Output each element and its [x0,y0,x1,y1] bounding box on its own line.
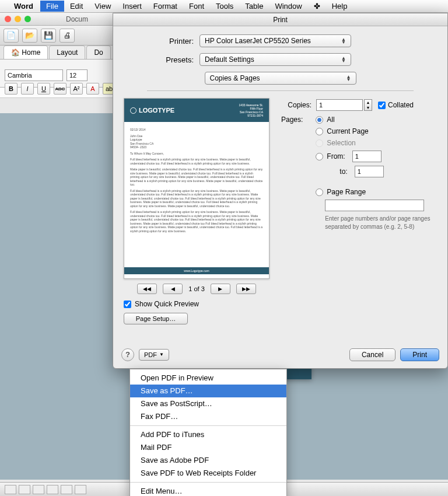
addr: 97231-3874 [239,114,263,117]
tab-home-label: Home [22,48,40,57]
last-page-button[interactable]: ▶▶ [236,284,256,294]
print-preview: LOGOTYPE 1433 Awesome St. Fifth Floor Sa… [124,98,270,279]
radio-range[interactable] [316,188,323,196]
italic-button[interactable]: I [21,83,34,95]
menu-tools[interactable]: Tools [210,1,239,12]
addr: 94534- 2323 [130,145,146,149]
copies-input[interactable] [316,99,363,111]
range-input[interactable] [325,200,424,211]
tab-home[interactable]: 🏠 Home [4,46,48,59]
strike-button[interactable]: ABC [54,83,66,95]
menu-separator [130,482,286,483]
menu-web-receipts[interactable]: Save PDF to Web Receipts Folder [130,467,286,480]
save-button[interactable]: 💾 [41,29,56,43]
presets-select[interactable]: Default Settings ▲▼ [200,53,351,66]
print-dialog: Print Printer: HP Color LaserJet CP5520 … [113,13,448,369]
copies-stepper[interactable]: ▲▼ [364,99,372,111]
radio-from[interactable] [316,153,323,160]
bold-button[interactable]: B [5,83,18,95]
to-label: to: [340,167,347,176]
menu-fax-pdf[interactable]: Fax PDF… [130,410,286,423]
next-page-button[interactable]: ▶ [211,284,230,294]
home-icon: 🏠 [11,48,20,57]
radio-all-row[interactable]: All [307,116,437,124]
printer-label: Printer: [124,37,200,46]
menu-view[interactable]: View [89,1,117,12]
view-print-button[interactable] [47,485,58,494]
menu-window[interactable]: Window [269,1,307,12]
body: Matte paper is beautiful, understated ch… [130,167,263,187]
menu-table[interactable]: Table [239,1,269,12]
radio-selection-label: Selection [327,139,355,147]
preview-nav: ◀◀ ◀ 1 of 3 ▶ ▶▶ [124,284,270,294]
collated-check[interactable]: Collated [378,101,414,109]
mac-menubar: Word File Edit View Insert Format Font T… [0,0,448,13]
menu-edit[interactable]: Edit Menu… [130,485,286,496]
menu-save-as-pdf[interactable]: Save as PDF… [130,385,286,397]
menu-add-itunes[interactable]: Add PDF to iTunes [130,428,286,441]
tab-layout[interactable]: Layout [49,46,85,59]
radio-all[interactable] [316,116,323,124]
menu-script[interactable]: ✤ [308,1,326,12]
page-counter: 1 of 3 [188,285,205,292]
radio-selection-row: Selection [307,139,437,147]
collated-checkbox[interactable] [378,102,386,109]
app-menu[interactable]: Word [14,2,33,11]
show-preview-check[interactable]: Show Quick Preview [124,300,270,308]
close-icon[interactable] [5,16,11,22]
view-outline-button[interactable] [19,485,30,494]
open-button[interactable]: 📂 [22,29,37,43]
font-size-combo[interactable]: 12 [66,69,88,81]
super-sub-button[interactable]: A² [70,83,83,95]
radio-current-row[interactable]: Current Page [307,127,437,135]
menu-format[interactable]: Format [148,1,183,12]
help-button[interactable]: ? [121,348,134,361]
chevron-up-down-icon: ▲▼ [341,38,346,44]
first-page-button[interactable]: ◀◀ [137,284,157,294]
radio-range-row[interactable]: Page Range [307,188,437,196]
view-focus-button[interactable] [75,485,86,494]
font-color-button[interactable]: A [86,83,99,95]
menu-help[interactable]: Help [326,1,354,12]
radio-current[interactable] [316,128,323,135]
view-notebook-button[interactable] [61,485,72,494]
printer-value: HP Color LaserJet CP5520 Series [205,37,311,45]
print-button[interactable]: Print [400,348,439,361]
view-publish-button[interactable] [33,485,44,494]
from-input[interactable] [352,151,382,162]
menu-insert[interactable]: Insert [117,1,148,12]
radio-from-row[interactable]: From: [307,151,437,162]
radio-from-label: From: [327,152,345,160]
minimize-icon[interactable] [15,16,21,22]
menu-font[interactable]: Font [183,1,210,12]
traffic-lights[interactable] [5,16,31,22]
addr: Logotype [130,138,142,141]
cancel-button[interactable]: Cancel [349,348,396,361]
show-preview-label: Show Quick Preview [135,300,199,308]
menu-file[interactable]: File [40,1,64,12]
prev-page-button[interactable]: ◀ [163,284,183,294]
new-doc-button[interactable]: 📄 [4,29,19,43]
to-input[interactable] [355,166,384,177]
printer-select[interactable]: HP Color LaserJet CP5520 Series ▲▼ [200,34,351,47]
print-button[interactable]: 🖨 [60,29,75,43]
menu-separator [130,425,286,426]
view-draft-button[interactable] [5,485,16,494]
show-preview-checkbox[interactable] [124,301,131,308]
prev-date: 02/13/ 2014 [130,128,263,132]
underline-button[interactable]: U [37,83,50,95]
body: Full bleed letterhead is a stylish print… [130,158,263,165]
menu-mail-pdf[interactable]: Mail PDF [130,441,286,454]
menu-save-adobe[interactable]: Save as Adobe PDF [130,454,286,467]
menu-edit[interactable]: Edit [64,1,89,12]
tab-doc[interactable]: Do [86,46,110,59]
section-select[interactable]: Copies & Pages ▲▼ [205,72,356,85]
menu-open-preview[interactable]: Open PDF in Preview [130,372,286,385]
page-setup-button[interactable]: Page Setup… [124,313,188,324]
pdf-dropdown-button[interactable]: PDF ▼ [139,349,169,361]
font-name-combo[interactable]: Cambria [5,69,63,81]
presets-label: Presets: [124,55,200,64]
prev-footer: www.Logotype.com [124,267,269,274]
zoom-icon[interactable] [24,16,31,22]
menu-save-postscript[interactable]: Save as PostScript… [130,397,286,410]
